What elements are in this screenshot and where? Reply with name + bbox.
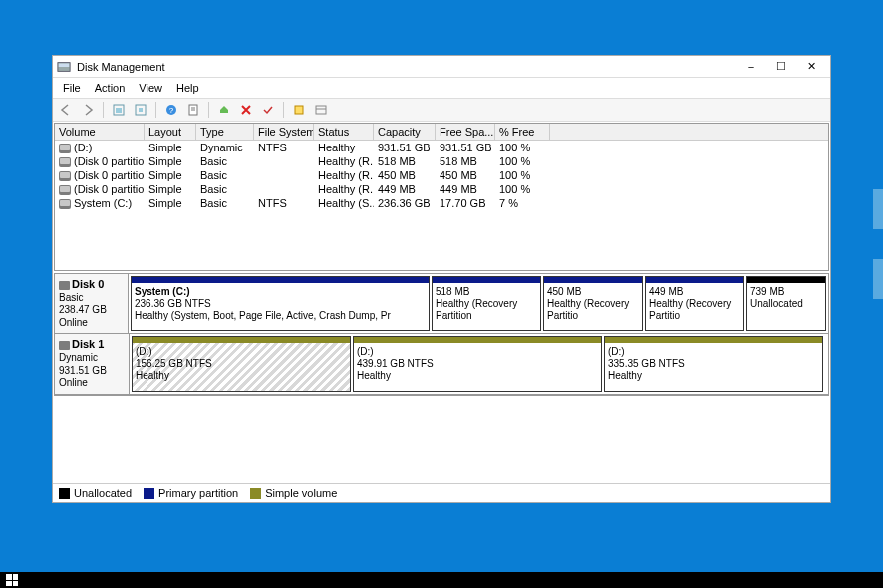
empty-area bbox=[53, 397, 830, 484]
partition-container: System (C:)236.36 GB NTFSHealthy (System… bbox=[129, 274, 828, 333]
back-icon[interactable] bbox=[57, 101, 75, 119]
col-fs[interactable]: File System bbox=[254, 124, 314, 140]
svg-rect-1 bbox=[59, 63, 70, 67]
table-row[interactable]: (D:)SimpleDynamicNTFSHealthy931.51 GB931… bbox=[55, 141, 828, 154]
start-icon[interactable] bbox=[6, 574, 18, 586]
disk-row: Disk 1Dynamic931.51 GBOnline(D:)156.25 G… bbox=[55, 334, 828, 394]
disk-icon bbox=[59, 281, 70, 290]
window-title: Disk Management bbox=[77, 61, 736, 73]
refresh-icon[interactable] bbox=[132, 101, 149, 119]
partition[interactable]: 450 MBHealthy (Recovery Partitio bbox=[543, 276, 643, 331]
volume-icon bbox=[59, 144, 71, 153]
col-pctfree[interactable]: % Free bbox=[495, 124, 550, 140]
legend-unallocated: Unallocated bbox=[59, 487, 132, 499]
legend: Unallocated Primary partition Simple vol… bbox=[53, 483, 830, 502]
titlebar: Disk Management − ☐ ✕ bbox=[53, 56, 830, 78]
menu-action[interactable]: Action bbox=[89, 80, 132, 96]
svg-rect-11 bbox=[295, 106, 303, 114]
delete-icon[interactable] bbox=[237, 101, 255, 119]
volume-rows: (D:)SimpleDynamicNTFSHealthy931.51 GB931… bbox=[55, 141, 828, 270]
menu-help[interactable]: Help bbox=[170, 80, 205, 96]
up-icon[interactable] bbox=[110, 101, 128, 119]
partition[interactable]: (D:)439.91 GB NTFSHealthy bbox=[353, 336, 602, 391]
app-icon bbox=[57, 60, 71, 74]
partition[interactable]: 739 MBUnallocated bbox=[746, 276, 826, 331]
volume-icon bbox=[59, 185, 71, 195]
check-icon[interactable] bbox=[259, 101, 277, 119]
partition-bar bbox=[646, 277, 743, 283]
disk-label[interactable]: Disk 0Basic238.47 GBOnline bbox=[55, 274, 129, 333]
col-layout[interactable]: Layout bbox=[145, 124, 196, 140]
col-free[interactable]: Free Spa... bbox=[436, 124, 495, 140]
toolbar: ? bbox=[53, 99, 830, 122]
table-row[interactable]: (Disk 0 partition 3)SimpleBasicHealthy (… bbox=[55, 168, 828, 182]
disk-label[interactable]: Disk 1Dynamic931.51 GBOnline bbox=[55, 334, 130, 393]
disk-icon bbox=[59, 341, 70, 350]
partition-bar bbox=[133, 337, 350, 343]
partition-bar bbox=[132, 277, 429, 283]
table-row[interactable]: (Disk 0 partition 2)SimpleBasicHealthy (… bbox=[55, 154, 828, 168]
svg-text:?: ? bbox=[169, 106, 174, 115]
volume-icon bbox=[59, 171, 71, 181]
partition[interactable]: 449 MBHealthy (Recovery Partitio bbox=[645, 276, 744, 331]
list-icon[interactable] bbox=[312, 101, 330, 119]
properties-icon[interactable] bbox=[184, 101, 202, 119]
volume-list-header: Volume Layout Type File System Status Ca… bbox=[55, 124, 828, 141]
disk-row: Disk 0Basic238.47 GBOnlineSystem (C:)236… bbox=[55, 274, 828, 334]
partition[interactable]: 518 MBHealthy (Recovery Partition bbox=[432, 276, 541, 331]
menu-file[interactable]: File bbox=[57, 80, 87, 96]
col-type[interactable]: Type bbox=[196, 124, 254, 140]
volume-icon bbox=[59, 199, 71, 209]
svg-rect-3 bbox=[116, 108, 122, 113]
col-capacity[interactable]: Capacity bbox=[374, 124, 436, 140]
volume-list: Volume Layout Type File System Status Ca… bbox=[54, 123, 829, 271]
partition-bar bbox=[544, 277, 642, 283]
partition-bar bbox=[605, 337, 822, 343]
legend-simple: Simple volume bbox=[250, 487, 337, 499]
svg-rect-12 bbox=[316, 106, 326, 114]
eject-icon[interactable] bbox=[215, 101, 233, 119]
partition[interactable]: (D:)335.35 GB NTFSHealthy bbox=[604, 336, 823, 391]
partition[interactable]: (D:)156.25 GB NTFSHealthy bbox=[132, 336, 351, 391]
forward-icon[interactable] bbox=[79, 101, 97, 119]
disk-management-window: Disk Management − ☐ ✕ File Action View H… bbox=[52, 55, 831, 503]
partition-container: (D:)156.25 GB NTFSHealthy(D:)439.91 GB N… bbox=[130, 334, 828, 393]
taskbar[interactable] bbox=[0, 572, 883, 588]
menu-view[interactable]: View bbox=[133, 80, 168, 96]
table-row[interactable]: (Disk 0 partition 4)SimpleBasicHealthy (… bbox=[55, 182, 828, 196]
window-controls: − ☐ ✕ bbox=[736, 58, 826, 76]
help-icon[interactable]: ? bbox=[162, 101, 180, 119]
svg-rect-10 bbox=[220, 110, 228, 113]
partition-bar bbox=[747, 277, 825, 283]
maximize-button[interactable]: ☐ bbox=[766, 58, 796, 76]
partition[interactable]: System (C:)236.36 GB NTFSHealthy (System… bbox=[131, 276, 430, 331]
partition-bar bbox=[433, 277, 540, 283]
desktop-accent bbox=[873, 189, 883, 229]
disk-graphic-area: Disk 0Basic238.47 GBOnlineSystem (C:)236… bbox=[54, 273, 829, 396]
col-status[interactable]: Status bbox=[314, 124, 374, 140]
table-row[interactable]: System (C:)SimpleBasicNTFSHealthy (S...2… bbox=[55, 196, 828, 210]
desktop-accent bbox=[873, 259, 883, 299]
volume-icon bbox=[59, 157, 71, 167]
partition-bar bbox=[354, 337, 601, 343]
minimize-button[interactable]: − bbox=[736, 58, 766, 76]
close-button[interactable]: ✕ bbox=[796, 58, 826, 76]
menubar: File Action View Help bbox=[53, 78, 830, 99]
new-icon[interactable] bbox=[290, 101, 308, 119]
legend-primary: Primary partition bbox=[144, 487, 238, 499]
col-volume[interactable]: Volume bbox=[55, 124, 145, 140]
